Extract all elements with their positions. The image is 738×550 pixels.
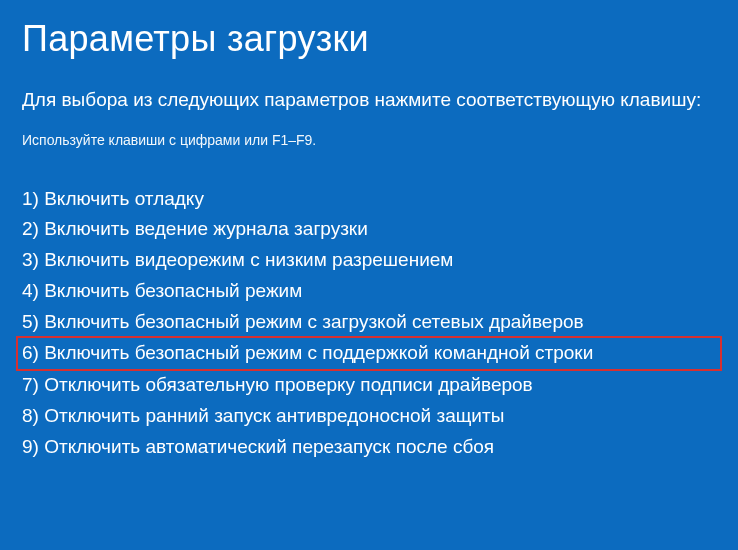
option-number: 5) <box>22 311 39 332</box>
key-hint-text: Используйте клавиши с цифрами или F1–F9. <box>22 132 716 148</box>
option-number: 6) <box>22 342 39 363</box>
boot-option-6[interactable]: 6) Включить безопасный режим с поддержко… <box>16 336 722 371</box>
option-number: 9) <box>22 436 39 457</box>
boot-option-4[interactable]: 4) Включить безопасный режим <box>22 276 716 307</box>
option-label: Включить безопасный режим <box>44 280 302 301</box>
option-number: 2) <box>22 218 39 239</box>
option-number: 1) <box>22 188 39 209</box>
option-label: Включить безопасный режим с загрузкой се… <box>44 311 583 332</box>
boot-option-3[interactable]: 3) Включить видеорежим с низким разрешен… <box>22 245 716 276</box>
boot-option-2[interactable]: 2) Включить ведение журнала загрузки <box>22 214 716 245</box>
option-label: Включить видеорежим с низким разрешением <box>44 249 453 270</box>
instruction-text: Для выбора из следующих параметров нажми… <box>22 86 716 114</box>
option-number: 4) <box>22 280 39 301</box>
option-label: Включить отладку <box>44 188 204 209</box>
option-label: Включить ведение журнала загрузки <box>44 218 368 239</box>
option-number: 8) <box>22 405 39 426</box>
option-label: Отключить автоматический перезапуск посл… <box>44 436 494 457</box>
boot-option-5[interactable]: 5) Включить безопасный режим с загрузкой… <box>22 307 716 338</box>
option-label: Включить безопасный режим с поддержкой к… <box>44 342 593 363</box>
option-number: 7) <box>22 374 39 395</box>
boot-option-9[interactable]: 9) Отключить автоматический перезапуск п… <box>22 432 716 463</box>
boot-options-list: 1) Включить отладку 2) Включить ведение … <box>22 184 716 463</box>
page-title: Параметры загрузки <box>22 18 716 60</box>
boot-option-1[interactable]: 1) Включить отладку <box>22 184 716 215</box>
boot-option-7[interactable]: 7) Отключить обязательную проверку подпи… <box>22 370 716 401</box>
option-label: Отключить ранний запуск антивредоносной … <box>44 405 504 426</box>
boot-option-8[interactable]: 8) Отключить ранний запуск антивредоносн… <box>22 401 716 432</box>
option-number: 3) <box>22 249 39 270</box>
option-label: Отключить обязательную проверку подписи … <box>44 374 533 395</box>
